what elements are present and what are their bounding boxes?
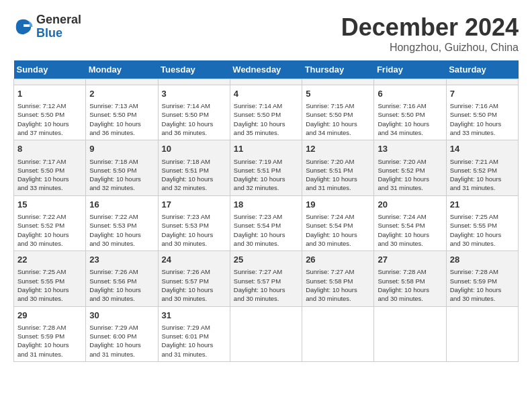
day-13: 13 Sunrise: 7:20 AMSunset: 5:52 PMDaylig… — [374, 140, 446, 195]
day-4: 4 Sunrise: 7:14 AMSunset: 5:50 PMDayligh… — [230, 85, 302, 140]
day-25: 25 Sunrise: 7:27 AMSunset: 5:57 PMDaylig… — [230, 251, 302, 306]
day-15: 15 Sunrise: 7:22 AMSunset: 5:52 PMDaylig… — [14, 195, 86, 250]
day-18: 18 Sunrise: 7:23 AMSunset: 5:54 PMDaylig… — [230, 195, 302, 250]
col-saturday: Saturday — [446, 60, 518, 79]
calendar-title: December 2024 — [341, 13, 519, 42]
table-cell-empty — [14, 79, 86, 85]
col-monday: Monday — [86, 60, 158, 79]
day-20: 20 Sunrise: 7:24 AMSunset: 5:54 PMDaylig… — [374, 195, 446, 250]
day-12: 12 Sunrise: 7:20 AMSunset: 5:51 PMDaylig… — [302, 140, 374, 195]
calendar-subtitle: Hongzhou, Guizhou, China — [341, 42, 519, 54]
logo: General Blue — [13, 13, 81, 40]
table-cell-empty — [374, 306, 446, 361]
week-row-3: 15 Sunrise: 7:22 AMSunset: 5:52 PMDaylig… — [14, 195, 519, 250]
day-28: 28 Sunrise: 7:28 AMSunset: 5:59 PMDaylig… — [446, 251, 518, 306]
day-14: 14 Sunrise: 7:21 AMSunset: 5:52 PMDaylig… — [446, 140, 518, 195]
table-cell-empty — [302, 306, 374, 361]
col-sunday: Sunday — [14, 60, 86, 79]
day-1: 1 Sunrise: 7:12 AMSunset: 5:50 PMDayligh… — [14, 85, 86, 140]
title-section: December 2024 Hongzhou, Guizhou, China — [341, 13, 519, 54]
day-9: 9 Sunrise: 7:18 AMSunset: 5:50 PMDayligh… — [86, 140, 158, 195]
table-cell-empty — [230, 306, 302, 361]
logo-icon — [13, 17, 34, 37]
col-tuesday: Tuesday — [158, 60, 230, 79]
day-7: 7 Sunrise: 7:16 AMSunset: 5:50 PMDayligh… — [446, 85, 518, 140]
calendar-table: Sunday Monday Tuesday Wednesday Thursday… — [13, 60, 519, 362]
col-friday: Friday — [374, 60, 446, 79]
logo-text: General Blue — [36, 13, 81, 40]
table-cell-empty — [230, 79, 302, 85]
page-header: General Blue December 2024 Hongzhou, Gui… — [13, 13, 519, 54]
col-thursday: Thursday — [302, 60, 374, 79]
day-2: 2 Sunrise: 7:13 AMSunset: 5:50 PMDayligh… — [86, 85, 158, 140]
day-27: 27 Sunrise: 7:28 AMSunset: 5:58 PMDaylig… — [374, 251, 446, 306]
table-cell-empty — [86, 79, 158, 85]
day-17: 17 Sunrise: 7:23 AMSunset: 5:53 PMDaylig… — [158, 195, 230, 250]
week-row-1 — [14, 79, 519, 85]
day-26: 26 Sunrise: 7:27 AMSunset: 5:58 PMDaylig… — [302, 251, 374, 306]
day-16: 16 Sunrise: 7:22 AMSunset: 5:53 PMDaylig… — [86, 195, 158, 250]
day-22: 22 Sunrise: 7:25 AMSunset: 5:55 PMDaylig… — [14, 251, 86, 306]
day-10: 10 Sunrise: 7:18 AMSunset: 5:51 PMDaylig… — [158, 140, 230, 195]
table-cell-empty — [446, 79, 518, 85]
day-8: 8 Sunrise: 7:17 AMSunset: 5:50 PMDayligh… — [14, 140, 86, 195]
day-11: 11 Sunrise: 7:19 AMSunset: 5:51 PMDaylig… — [230, 140, 302, 195]
table-cell-empty — [374, 79, 446, 85]
day-6: 6 Sunrise: 7:16 AMSunset: 5:50 PMDayligh… — [374, 85, 446, 140]
day-30: 30 Sunrise: 7:29 AMSunset: 6:00 PMDaylig… — [86, 306, 158, 361]
table-cell-empty — [158, 79, 230, 85]
week-row-5: 29 Sunrise: 7:28 AMSunset: 5:59 PMDaylig… — [14, 306, 519, 361]
table-cell-empty — [302, 79, 374, 85]
day-21: 21 Sunrise: 7:25 AMSunset: 5:55 PMDaylig… — [446, 195, 518, 250]
week-row-4: 22 Sunrise: 7:25 AMSunset: 5:55 PMDaylig… — [14, 251, 519, 306]
day-19: 19 Sunrise: 7:24 AMSunset: 5:54 PMDaylig… — [302, 195, 374, 250]
header-row: Sunday Monday Tuesday Wednesday Thursday… — [14, 60, 519, 79]
day-5: 5 Sunrise: 7:15 AMSunset: 5:50 PMDayligh… — [302, 85, 374, 140]
day-3: 3 Sunrise: 7:14 AMSunset: 5:50 PMDayligh… — [158, 85, 230, 140]
day-31: 31 Sunrise: 7:29 AMSunset: 6:01 PMDaylig… — [158, 306, 230, 361]
week-row-1b: 1 Sunrise: 7:12 AMSunset: 5:50 PMDayligh… — [14, 85, 519, 140]
day-29: 29 Sunrise: 7:28 AMSunset: 5:59 PMDaylig… — [14, 306, 86, 361]
week-row-2: 8 Sunrise: 7:17 AMSunset: 5:50 PMDayligh… — [14, 140, 519, 195]
day-23: 23 Sunrise: 7:26 AMSunset: 5:56 PMDaylig… — [86, 251, 158, 306]
day-24: 24 Sunrise: 7:26 AMSunset: 5:57 PMDaylig… — [158, 251, 230, 306]
table-cell-empty — [446, 306, 518, 361]
col-wednesday: Wednesday — [230, 60, 302, 79]
